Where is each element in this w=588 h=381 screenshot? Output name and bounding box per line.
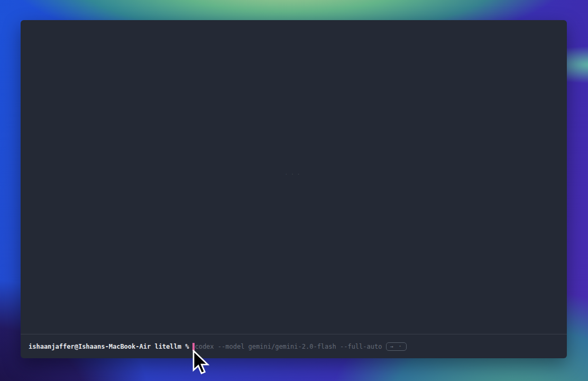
loading-indicator: ···	[21, 171, 567, 178]
terminal-output-area: ···	[21, 20, 567, 334]
autocomplete-hint-badge[interactable]: → ·	[386, 342, 406, 351]
terminal-prompt-line[interactable]: ishaanjaffer@Ishaans-MacBook-Air litellm…	[21, 334, 567, 358]
shell-prompt: ishaanjaffer@Ishaans-MacBook-Air litellm…	[29, 342, 189, 351]
autosuggestion-text: codex --model gemini/gemini-2.0-flash --…	[195, 342, 382, 351]
terminal-window[interactable]: ··· ishaanjaffer@Ishaans-MacBook-Air lit…	[21, 20, 567, 358]
